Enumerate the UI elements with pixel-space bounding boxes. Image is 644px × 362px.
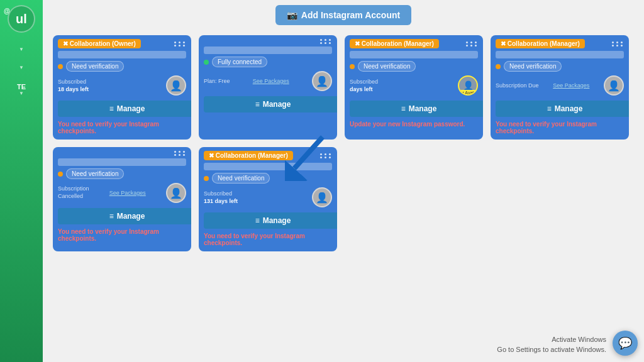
card-sub-label-6: Subscribed xyxy=(204,190,238,197)
card-badge-6: ✖ Collaboration (Manager) xyxy=(204,151,293,160)
card-days-6: 131 days left xyxy=(204,198,238,204)
manage-label-1: Manage xyxy=(117,104,145,113)
manage-button-2[interactable]: ≡ Manage xyxy=(204,96,337,112)
card-header-4: ✖ Collaboration (Manager) xyxy=(491,35,629,51)
card-header-6: ✖ Collaboration (Manager) xyxy=(199,147,337,163)
card-sub-label-5: SubscriptionCancelled xyxy=(58,185,89,200)
manage-button-4[interactable]: ≡ Manage xyxy=(496,101,629,117)
status-label-6: Need verification xyxy=(212,173,270,184)
account-card-6: ✖ Collaboration (Manager) Need verificat… xyxy=(199,147,337,251)
card-username-bar-3 xyxy=(350,51,478,58)
card-username-bar-1 xyxy=(58,51,186,58)
manage-button-1[interactable]: ≡ Manage xyxy=(58,101,191,117)
windows-line2: Go to Settings to activate Windows. xyxy=(497,345,606,354)
card-info-left-4: Subscription Due xyxy=(496,82,539,89)
avatar-1: 👤 xyxy=(166,75,186,96)
manage-label-5: Manage xyxy=(117,212,145,221)
avatar-6: 👤 xyxy=(312,187,332,207)
card-warning-1: You need to verify your Instagram checkp… xyxy=(58,121,186,134)
card-info-left-1: Subscribed 18 days left xyxy=(58,79,89,92)
card-info-left-6: Subscribed 131 days left xyxy=(204,190,238,204)
card-dots-5[interactable] xyxy=(174,151,186,156)
card-warning-5: You need to verify your Instagram checkp… xyxy=(58,228,186,242)
manage-button-6[interactable]: ≡ Manage xyxy=(204,212,337,229)
manage-icon-1: ≡ xyxy=(109,104,114,113)
topbar: 📷 Add Instagram Account xyxy=(43,0,644,30)
see-packages-5[interactable]: See Packages xyxy=(109,190,146,196)
status-dot-1 xyxy=(58,64,63,69)
chevron-down-icon-2: ▼ xyxy=(19,65,24,70)
card-info-row-3: Subscribed days left 👤 User Avatar xyxy=(350,75,478,96)
card-header-1: ✖ Collaboration (Owner) xyxy=(53,35,191,51)
instagram-icon: 📷 xyxy=(287,10,297,20)
status-label-2: Fully connected xyxy=(212,57,267,67)
status-label-1: Need verification xyxy=(66,61,124,72)
card-dots-3[interactable] xyxy=(466,41,478,47)
card-dots-1[interactable] xyxy=(174,41,186,47)
card-dots-2[interactable] xyxy=(320,39,332,44)
card-dots-6[interactable] xyxy=(320,153,332,158)
manage-icon-4: ≡ xyxy=(547,104,552,113)
status-dot-5 xyxy=(58,172,63,177)
windows-activation: Activate Windows Go to Settings to activ… xyxy=(497,335,606,354)
manage-label-2: Manage xyxy=(263,100,291,109)
see-packages-4[interactable]: See Packages xyxy=(553,82,589,89)
card-header-5 xyxy=(53,147,191,158)
sidebar-item-1[interactable]: ▼ xyxy=(0,40,43,58)
status-label-4: Need verification xyxy=(504,61,562,72)
manage-button-3[interactable]: ≡ Manage xyxy=(350,101,483,117)
main-content: 📷 Add Instagram Account ✖ Collaboration … xyxy=(43,0,644,362)
card-username-bar-5 xyxy=(58,158,186,166)
logo-at: @ xyxy=(4,8,10,14)
manage-icon-5: ≡ xyxy=(109,212,114,221)
card-username-bar-4 xyxy=(496,51,624,58)
card-header-3: ✖ Collaboration (Manager) xyxy=(345,35,483,51)
card-badge-3: ✖ Collaboration (Manager) xyxy=(350,39,439,48)
manage-icon-6: ≡ xyxy=(255,216,260,225)
status-dot-6 xyxy=(204,176,209,181)
avatar-5: 👤 xyxy=(166,183,186,203)
add-instagram-account-button[interactable]: 📷 Add Instagram Account xyxy=(275,5,411,25)
manage-label-6: Manage xyxy=(263,216,291,225)
card-sub-label-2: Plan: Free xyxy=(204,78,230,84)
sidebar-item-te[interactable]: TE ▼ xyxy=(0,77,43,102)
status-dot-4 xyxy=(496,64,501,69)
card-status-5: Need verification xyxy=(58,168,186,179)
status-dot-2 xyxy=(204,60,209,65)
see-packages-2[interactable]: See Packages xyxy=(253,78,289,84)
card-days-1: 18 days left xyxy=(58,86,89,92)
card-status-1: Need verification xyxy=(58,61,186,72)
chevron-down-icon-3: ▼ xyxy=(19,90,24,96)
card-info-row-2: Plan: Free See Packages 👤 xyxy=(204,71,332,91)
manage-icon-3: ≡ xyxy=(401,104,406,113)
account-card-1: ✖ Collaboration (Owner) Need verificatio… xyxy=(53,35,191,140)
card-info-left-5: SubscriptionCancelled xyxy=(58,185,89,200)
sidebar-item-2[interactable]: ▼ xyxy=(0,58,43,77)
sidebar-logo: ul @ xyxy=(8,5,35,33)
card-sub-label-4: Subscription Due xyxy=(496,82,539,89)
card-warning-4: You need to verify your Instagram checkp… xyxy=(496,121,624,134)
chat-button[interactable]: 💬 xyxy=(613,331,638,356)
card-status-6: Need verification xyxy=(204,173,332,184)
cards-row-2: Need verification SubscriptionCancelled … xyxy=(53,147,634,251)
card-header-2 xyxy=(199,35,337,47)
card-dots-4[interactable] xyxy=(612,41,624,47)
card-username-bar-2 xyxy=(204,47,332,54)
user-avatar-label: User Avatar xyxy=(458,90,478,96)
manage-label-3: Manage xyxy=(409,104,437,113)
card-warning-3: Update your new Instagram password. xyxy=(350,121,478,128)
card-warning-6: You need to verify your Instagram checkp… xyxy=(204,233,332,246)
windows-line1: Activate Windows xyxy=(497,335,606,344)
card-sub-label-3: Subscribed xyxy=(350,79,378,85)
cards-container: ✖ Collaboration (Owner) Need verificatio… xyxy=(43,30,644,362)
card-info-left-3: Subscribed days left xyxy=(350,79,378,92)
sidebar-te-label: TE xyxy=(17,83,26,90)
card-warning-spacer-2 xyxy=(199,116,337,125)
manage-icon-2: ≡ xyxy=(255,100,260,109)
card-badge-4: ✖ Collaboration (Manager) xyxy=(496,39,585,48)
status-label-3: Need verification xyxy=(358,61,416,72)
card-info-row-6: Subscribed 131 days left 👤 xyxy=(204,187,332,207)
manage-label-4: Manage xyxy=(555,104,583,113)
manage-button-5[interactable]: ≡ Manage xyxy=(58,208,191,224)
logo-text: ul xyxy=(16,12,27,26)
